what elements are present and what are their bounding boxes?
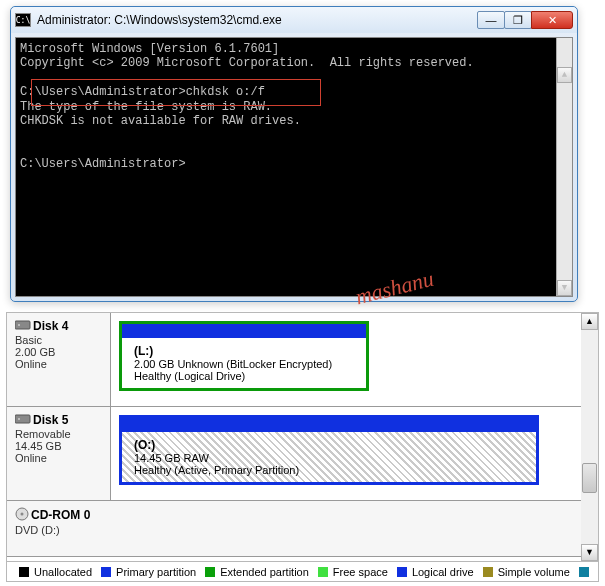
cmd-title: Administrator: C:\Windows\system32\cmd.e… — [37, 13, 478, 27]
swatch-simple — [483, 567, 493, 577]
scroll-up-icon[interactable]: ▲ — [557, 67, 572, 83]
disk-summary[interactable]: Disk 4 Basic 2.00 GB Online — [7, 313, 111, 406]
disk-management-panel: Disk 4 Basic 2.00 GB Online (L:) 2.00 GB… — [6, 312, 599, 582]
scroll-down-icon[interactable]: ▼ — [581, 544, 598, 561]
volume-box[interactable]: (O:) 14.45 GB RAW Healthy (Active, Prima… — [119, 415, 539, 485]
volume-header — [122, 418, 536, 432]
disk-row: CD-ROM 0 DVD (D:) — [7, 501, 581, 557]
disk-row: Disk 4 Basic 2.00 GB Online (L:) 2.00 GB… — [7, 313, 581, 407]
maximize-button[interactable]: ❐ — [504, 11, 532, 29]
cmd-window: C:\ Administrator: C:\Windows\system32\c… — [10, 6, 578, 302]
console-line: CHKDSK is not available for RAW drives. — [20, 114, 301, 128]
disk-summary[interactable]: CD-ROM 0 DVD (D:) — [7, 501, 581, 556]
close-button[interactable]: ✕ — [531, 11, 573, 29]
volume-status: Healthy (Active, Primary Partition) — [134, 464, 524, 476]
disk-summary[interactable]: Disk 5 Removable 14.45 GB Online — [7, 407, 111, 500]
disk-status: Online — [15, 452, 102, 464]
console-line: The type of the file system is RAW. — [20, 100, 272, 114]
disk-size: 14.45 GB — [15, 440, 102, 452]
legend-label: Simple volume — [498, 566, 570, 578]
legend-bar: Unallocated Primary partition Extended p… — [7, 561, 598, 581]
cmd-icon: C:\ — [15, 13, 31, 27]
disk-type: DVD (D:) — [15, 524, 573, 536]
console-line: Copyright <c> 2009 Microsoft Corporation… — [20, 56, 474, 70]
disk-type: Basic — [15, 334, 102, 346]
disk-status: Online — [15, 358, 102, 370]
minimize-button[interactable]: — — [477, 11, 505, 29]
swatch-logical — [397, 567, 407, 577]
disk-size: 2.00 GB — [15, 346, 102, 358]
console-line: Microsoft Windows [Version 6.1.7601] — [20, 42, 279, 56]
svg-point-1 — [18, 324, 20, 326]
scroll-thumb[interactable] — [582, 463, 597, 493]
swatch-free — [318, 567, 328, 577]
console-line: C:\Users\Administrator>chkdsk o:/f — [20, 85, 265, 99]
volume-status: Healthy (Logical Drive) — [134, 370, 354, 382]
disk-name: CD-ROM 0 — [31, 508, 90, 522]
legend-label: Free space — [333, 566, 388, 578]
disk-row: Disk 5 Removable 14.45 GB Online (O:) 14… — [7, 407, 581, 501]
svg-point-3 — [18, 418, 20, 420]
swatch-unallocated — [19, 567, 29, 577]
disk-icon — [15, 413, 31, 428]
swatch-primary — [101, 567, 111, 577]
cmd-scrollbar[interactable]: ▲ ▼ — [556, 38, 572, 296]
svg-rect-2 — [15, 415, 30, 423]
console-line: C:\Users\Administrator> — [20, 157, 186, 171]
cdrom-icon — [15, 507, 29, 524]
legend-label: Unallocated — [34, 566, 92, 578]
disk-icon — [15, 319, 31, 334]
svg-point-5 — [21, 513, 24, 516]
scroll-down-icon[interactable]: ▼ — [557, 280, 572, 296]
cmd-titlebar[interactable]: C:\ Administrator: C:\Windows\system32\c… — [11, 7, 577, 33]
volume-header — [122, 324, 366, 338]
disk-type: Removable — [15, 428, 102, 440]
swatch-extended — [205, 567, 215, 577]
cmd-console[interactable]: Microsoft Windows [Version 6.1.7601] Cop… — [15, 37, 573, 297]
volume-letter: (O:) — [134, 438, 524, 452]
legend-label: Logical drive — [412, 566, 474, 578]
volume-info: 2.00 GB Unknown (BitLocker Encrypted) — [134, 358, 354, 370]
svg-rect-0 — [15, 321, 30, 329]
scroll-up-icon[interactable]: ▲ — [581, 313, 598, 330]
disk-name: Disk 5 — [33, 413, 68, 427]
swatch-more — [579, 567, 589, 577]
volume-info: 14.45 GB RAW — [134, 452, 524, 464]
dm-scrollbar[interactable]: ▲ ▼ — [581, 313, 598, 561]
legend-label: Primary partition — [116, 566, 196, 578]
legend-label: Extended partition — [220, 566, 309, 578]
volume-letter: (L:) — [134, 344, 354, 358]
volume-box[interactable]: (L:) 2.00 GB Unknown (BitLocker Encrypte… — [119, 321, 369, 391]
disk-name: Disk 4 — [33, 319, 68, 333]
